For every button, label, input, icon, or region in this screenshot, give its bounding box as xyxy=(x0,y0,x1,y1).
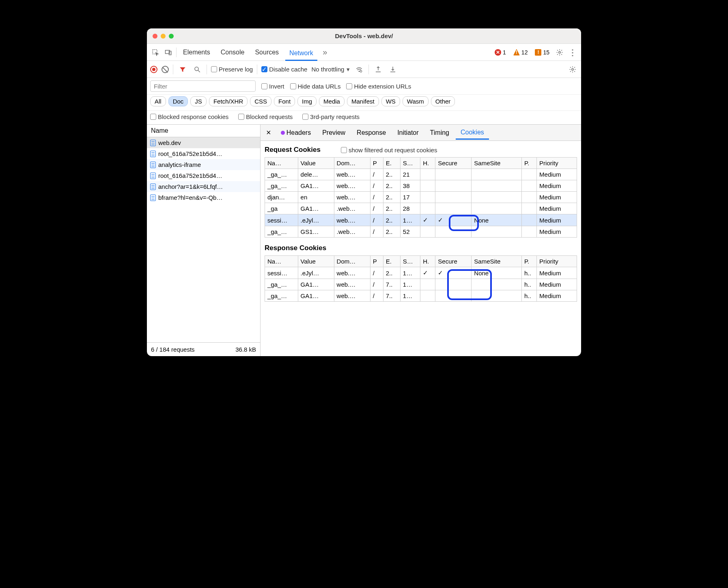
cookie-row[interactable]: _ga_…GS1….web…/2..52Medium xyxy=(265,226,577,238)
chip-font[interactable]: Font xyxy=(274,96,295,106)
cookie-row[interactable]: _ga_…dele…web.…/2..21Medium xyxy=(265,169,577,180)
chip-img[interactable]: Img xyxy=(297,96,317,106)
clear-icon[interactable] xyxy=(162,66,169,73)
col-header[interactable]: Secure xyxy=(435,158,472,169)
more-tabs-icon[interactable]: » xyxy=(320,47,330,58)
preserve-log-toggle[interactable]: Preserve log xyxy=(211,66,253,73)
col-header[interactable]: S… xyxy=(400,158,420,169)
kebab-icon[interactable]: ⋮ xyxy=(567,47,578,58)
chip-doc[interactable]: Doc xyxy=(168,96,188,106)
tab-sources[interactable]: Sources xyxy=(251,46,283,58)
filter-input[interactable] xyxy=(150,80,256,92)
device-icon[interactable] xyxy=(163,47,174,58)
blocked-requests-toggle[interactable]: Blocked requests xyxy=(238,113,293,120)
cookie-row[interactable]: _ga_…GA1…web.…/7..1…h..Medium xyxy=(265,279,577,290)
throttling-select[interactable]: No throttling▾ xyxy=(311,66,350,73)
col-header[interactable]: Priority xyxy=(537,158,577,169)
cell: Medium xyxy=(537,203,577,214)
col-header[interactable]: Na… xyxy=(265,256,298,267)
tab-network[interactable]: Network xyxy=(285,47,317,61)
hide-extension-urls-toggle[interactable]: Hide extension URLs xyxy=(346,83,411,90)
warnings-badge[interactable]: !12 xyxy=(511,49,530,56)
table-header[interactable]: Na…ValueDom…PE.S…H.SecureSameSiteP.Prior… xyxy=(265,256,577,267)
chip-wasm[interactable]: Wasm xyxy=(403,96,429,106)
col-header[interactable]: S… xyxy=(400,256,420,267)
request-item[interactable]: web.dev xyxy=(147,137,260,148)
tab-initiator[interactable]: Initiator xyxy=(392,127,423,139)
tab-cookies[interactable]: Cookies xyxy=(456,126,489,140)
search-icon[interactable] xyxy=(192,64,202,75)
col-header[interactable]: Value xyxy=(298,256,334,267)
request-item[interactable]: bframe?hl=en&v=-Qb… xyxy=(147,192,260,203)
cell: None xyxy=(472,214,522,226)
issues-badge[interactable]: !15 xyxy=(532,49,552,56)
tab-timing[interactable]: Timing xyxy=(425,127,454,139)
errors-badge[interactable]: ✕1 xyxy=(492,49,508,56)
col-header[interactable]: Dom… xyxy=(334,158,370,169)
inspect-icon[interactable] xyxy=(150,47,161,58)
blocked-response-cookies-toggle[interactable]: Blocked response cookies xyxy=(150,113,228,120)
col-header[interactable]: E. xyxy=(383,158,400,169)
col-header[interactable]: Secure xyxy=(435,256,472,267)
cell: sessi… xyxy=(265,214,298,226)
col-header[interactable]: H. xyxy=(420,256,435,267)
network-conditions-icon[interactable] xyxy=(354,64,364,75)
chip-manifest[interactable]: Manifest xyxy=(347,96,379,106)
cookie-row[interactable]: djan…enweb.…/2..17Medium xyxy=(265,192,577,203)
chip-ws[interactable]: WS xyxy=(381,96,400,106)
col-header[interactable]: Na… xyxy=(265,158,298,169)
col-header[interactable]: SameSite xyxy=(472,158,522,169)
col-header[interactable]: Dom… xyxy=(334,256,370,267)
col-header[interactable]: E. xyxy=(383,256,400,267)
tab-preview[interactable]: Preview xyxy=(317,127,350,139)
col-header[interactable]: Value xyxy=(298,158,334,169)
network-settings-icon[interactable] xyxy=(567,64,578,75)
hide-data-urls-toggle[interactable]: Hide data URLs xyxy=(290,83,341,90)
cell: Medium xyxy=(537,192,577,203)
chip-js[interactable]: JS xyxy=(190,96,207,106)
tab-response[interactable]: Response xyxy=(352,127,391,139)
cell: 7.. xyxy=(383,290,400,302)
cookie-row[interactable]: _ga_…GA1…web.…/7..1…h..Medium xyxy=(265,290,577,302)
cookie-row[interactable]: _gaGA1….web…/2..28Medium xyxy=(265,203,577,214)
record-icon[interactable] xyxy=(150,66,157,73)
cookie-row[interactable]: sessi….eJyl…web.…/2..1…✓✓Noneh..Medium xyxy=(265,267,577,279)
cell: djan… xyxy=(265,192,298,203)
chip-css[interactable]: CSS xyxy=(250,96,271,106)
col-header[interactable]: Priority xyxy=(537,256,577,267)
name-column-header[interactable]: Name xyxy=(147,125,260,137)
chip-all[interactable]: All xyxy=(150,96,166,106)
close-detail-button[interactable]: × xyxy=(263,128,274,137)
cookie-row[interactable]: sessi….eJyl…web.…/2..1…✓✓NoneMedium xyxy=(265,214,577,226)
col-header[interactable]: P. xyxy=(521,256,536,267)
show-filtered-toggle[interactable]: show filtered out request cookies xyxy=(329,147,437,153)
col-header[interactable]: P. xyxy=(521,158,536,169)
chip-media[interactable]: Media xyxy=(319,96,345,106)
col-header[interactable]: P xyxy=(370,256,383,267)
invert-toggle[interactable]: Invert xyxy=(261,83,284,90)
tab-console[interactable]: Console xyxy=(217,46,249,58)
col-header[interactable]: H. xyxy=(420,158,435,169)
cell: 2.. xyxy=(383,267,400,279)
tab-elements[interactable]: Elements xyxy=(179,46,214,58)
disable-cache-toggle[interactable]: ✓Disable cache xyxy=(261,66,307,73)
request-item[interactable]: analytics-iframe xyxy=(147,159,260,170)
third-party-toggle[interactable]: 3rd-party requests xyxy=(302,113,360,120)
request-item[interactable]: root_616a752e1b5d4… xyxy=(147,170,260,181)
cell: GA1… xyxy=(298,180,334,192)
request-cookies-section: Request Cookies show filtered out reques… xyxy=(261,141,581,239)
request-item[interactable]: root_616a752e1b5d4… xyxy=(147,148,260,159)
chip-fetchxhr[interactable]: Fetch/XHR xyxy=(209,96,248,106)
col-header[interactable]: P xyxy=(370,158,383,169)
cookie-row[interactable]: _ga_…GA1…web.…/2..38Medium xyxy=(265,180,577,192)
cell xyxy=(435,180,472,192)
col-header[interactable]: SameSite xyxy=(472,256,522,267)
download-icon[interactable] xyxy=(388,64,398,75)
upload-icon[interactable] xyxy=(373,64,383,75)
tab-headers[interactable]: Headers xyxy=(276,127,316,139)
settings-icon[interactable] xyxy=(554,47,565,58)
filter-icon[interactable] xyxy=(177,64,188,75)
table-header[interactable]: Na…ValueDom…PE.S…H.SecureSameSiteP.Prior… xyxy=(265,158,577,169)
chip-other[interactable]: Other xyxy=(431,96,455,106)
request-item[interactable]: anchor?ar=1&k=6Lfqf… xyxy=(147,181,260,192)
